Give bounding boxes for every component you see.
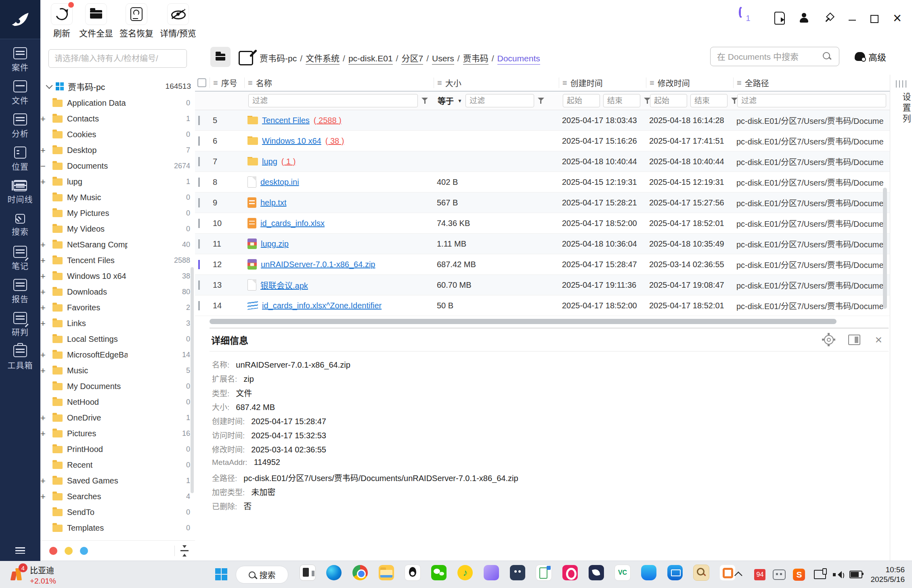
tree-expander[interactable]: + — [40, 255, 52, 266]
row-checkbox[interactable] — [198, 239, 200, 249]
file-name-link[interactable]: help.txt — [260, 198, 286, 207]
taskbar-app-icon[interactable] — [585, 563, 607, 586]
network-icon[interactable] — [814, 570, 826, 579]
sogou-icon[interactable]: S — [793, 569, 805, 581]
folder-view-button[interactable] — [210, 47, 231, 67]
tree-expander[interactable]: + — [40, 492, 52, 502]
tree-item[interactable]: NetHood 0 — [40, 394, 195, 410]
taskbar-app-icon[interactable] — [690, 563, 712, 586]
toolbar-button[interactable]: 详情/预览 — [160, 3, 196, 39]
row-checkbox[interactable] — [198, 301, 200, 310]
breadcrumb-segment[interactable]: 文件系统 — [306, 54, 340, 65]
modified-end-input[interactable] — [690, 94, 728, 107]
yellow-dot-icon[interactable] — [65, 547, 73, 555]
column-header-name[interactable]: ≡名称 — [244, 77, 434, 88]
file-name-link[interactable]: id_cards_info.xlsx — [260, 219, 325, 228]
close-details-icon[interactable]: × — [875, 335, 882, 344]
taskbar-clock[interactable]: 10:56 2025/5/16 — [870, 565, 905, 584]
tree-item[interactable]: + Windows 10 x64 38 — [40, 268, 195, 284]
edit-path-icon[interactable] — [239, 51, 253, 65]
row-checkbox[interactable] — [198, 280, 200, 290]
row-checkbox[interactable] — [198, 136, 200, 146]
drag-handle-icon[interactable] — [896, 80, 906, 88]
tree-item[interactable]: Templates 0 — [40, 520, 195, 536]
table-row[interactable]: 11 lupg.zip 1.11 MB 2025-04-18 10:36:04 … — [195, 234, 890, 254]
file-name-link[interactable]: Tencent Files — [262, 116, 310, 125]
tree-item[interactable]: + Contacts 1 — [40, 111, 195, 127]
tree-item[interactable]: My Videos 0 — [40, 221, 195, 237]
tree-item[interactable]: + NetSarang Comp... 40 — [40, 237, 195, 253]
tree-item[interactable]: Application Data 0 — [40, 95, 195, 111]
file-name-link[interactable]: unRAIDServer-7.0.1-x86_64.zip — [261, 260, 375, 269]
tree-expander[interactable]: + — [40, 145, 52, 156]
tree-item[interactable]: Cookies 0 — [40, 127, 195, 142]
nav-item[interactable]: 研判 — [3, 310, 38, 340]
tree-item[interactable]: + Tencent Files 2588 — [40, 253, 195, 268]
taskbar-app-icon[interactable] — [297, 563, 319, 586]
row-checkbox[interactable] — [198, 116, 200, 125]
file-name-link[interactable]: lupg.zip — [261, 239, 289, 249]
row-checkbox[interactable] — [198, 198, 200, 207]
table-vertical-scrollbar[interactable] — [883, 188, 887, 309]
table-row[interactable]: 6 Windows 10 x64 ( 38 ) 2025-04-17 15:16… — [195, 131, 890, 151]
taskbar-app-icon[interactable] — [533, 563, 555, 586]
breadcrumb-segment[interactable]: Users — [432, 54, 454, 65]
tree-item[interactable]: + Music 5 — [40, 363, 195, 379]
taskbar-app-icon[interactable] — [507, 563, 528, 586]
export-icon[interactable] — [774, 12, 785, 25]
tree-item[interactable]: My Pictures 0 — [40, 205, 195, 221]
red-dot-icon[interactable] — [49, 547, 57, 555]
breadcrumb-segment[interactable]: 分区7 — [401, 54, 423, 65]
column-header-modified[interactable]: ≡修改时间 — [646, 77, 733, 88]
filter-funnel-icon[interactable] — [537, 97, 545, 105]
taskbar-stock-widget[interactable]: 4 比亚迪 +2.01% — [10, 564, 56, 586]
folder-item-count-link[interactable]: ( 2588 ) — [314, 116, 342, 125]
tree-expander[interactable]: + — [40, 114, 52, 124]
tree-item[interactable]: + OneDrive 1 — [40, 410, 195, 426]
taskbar-app-icon[interactable]: VC — [612, 563, 633, 586]
tree-expander[interactable]: + — [40, 271, 52, 282]
table-row[interactable]: 12 unRAIDServer-7.0.1-x86_64.zip 687.42 … — [195, 254, 890, 275]
tree-expander[interactable]: + — [40, 303, 52, 313]
battery-icon[interactable] — [849, 571, 862, 578]
folder-item-count-link[interactable]: ( 38 ) — [325, 136, 344, 146]
restore-button[interactable] — [870, 15, 878, 23]
column-header-size[interactable]: ≡大小 — [434, 77, 559, 88]
tree-item[interactable]: PrintHood 0 — [40, 442, 195, 457]
row-checkbox[interactable] — [198, 157, 200, 166]
modified-start-input[interactable] — [650, 94, 687, 107]
breadcrumb-segment[interactable]: Documents — [497, 54, 540, 65]
toolbar-button[interactable]: 刷新 — [51, 3, 73, 39]
ime-icon[interactable] — [773, 569, 786, 580]
file-name-link[interactable]: Windows 10 x64 — [262, 136, 321, 146]
nav-item[interactable]: 案件 — [3, 45, 38, 75]
tree-expander[interactable]: + — [40, 413, 52, 423]
tree-scrollbar[interactable] — [191, 267, 194, 493]
tree-item[interactable]: + Favorites 2 — [40, 300, 195, 316]
tree-expander[interactable]: + — [40, 476, 52, 486]
nav-item[interactable]: 笔记 — [3, 243, 38, 274]
table-row[interactable]: 14 id_cards_info.xlsx^Zone.Identifier 50… — [195, 295, 890, 316]
tree-item[interactable]: + Searches 4 — [40, 489, 195, 504]
filter-funnel-icon[interactable] — [644, 97, 651, 105]
tree-expander[interactable]: + — [40, 366, 52, 376]
file-name-link[interactable]: lupg — [262, 157, 277, 166]
created-end-input[interactable] — [603, 94, 640, 107]
taskbar-app-icon[interactable] — [664, 563, 686, 586]
nav-item[interactable]: 文件 — [3, 78, 38, 109]
tree-expander[interactable]: + — [40, 287, 52, 297]
nav-item[interactable]: 报告 — [3, 276, 38, 307]
tree-expander[interactable]: − — [40, 161, 52, 172]
toolbar-button[interactable]: 文件全显 — [79, 3, 113, 39]
size-filter-input[interactable] — [465, 94, 534, 107]
toolbar-button[interactable]: 签名恢复 — [120, 3, 153, 39]
filter-funnel-icon[interactable] — [421, 97, 428, 105]
breadcrumb-segment[interactable]: 贾韦码 — [463, 54, 488, 65]
volume-icon[interactable] — [833, 571, 843, 579]
tree-expander[interactable]: + — [40, 429, 52, 439]
task-progress-indicator[interactable]: 1 — [739, 9, 757, 27]
taskbar-app-icon[interactable] — [480, 563, 502, 586]
row-checkbox[interactable] — [198, 178, 200, 187]
tree-item[interactable]: + Downloads 80 — [40, 284, 195, 300]
search-input[interactable] — [716, 47, 823, 67]
